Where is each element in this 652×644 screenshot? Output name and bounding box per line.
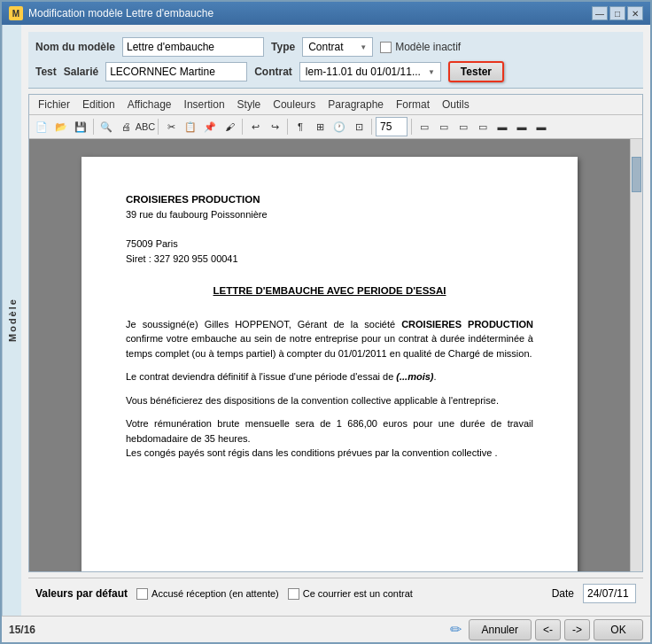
modele-inactif-checkbox[interactable]: [380, 42, 392, 53]
editor-body: CROISIERES PRODUCTION 39 rue du faubourg…: [29, 139, 642, 571]
test-label: Test: [35, 66, 57, 78]
toolbar-sep-5: [371, 119, 372, 135]
form-section: Nom du modèle Type Contrat ▼ Modèle inac…: [28, 32, 643, 89]
type-dropdown-arrow: ▼: [360, 43, 367, 51]
document-title: LETTRE D'EMBAUCHE AVEC PERIODE D'ESSAI: [126, 283, 533, 299]
maximize-button[interactable]: □: [609, 6, 625, 20]
prev-button[interactable]: <-: [535, 619, 561, 640]
accuse-label: Accusé réception (en attente): [151, 588, 279, 599]
toolbar-clock[interactable]: 🕐: [330, 118, 348, 136]
vertical-scrollbar[interactable]: [630, 139, 642, 571]
toolbar-paste[interactable]: 📌: [201, 118, 219, 136]
side-tab-label: Modèle: [2, 25, 21, 616]
toolbar-frame-1[interactable]: ▭: [415, 118, 433, 136]
menu-couleurs[interactable]: Couleurs: [268, 97, 321, 113]
page-count: 15/16: [9, 624, 35, 636]
form-row-1: Nom du modèle Type Contrat ▼ Modèle inac…: [35, 37, 636, 57]
editor-container: Fichier Edition Affichage Insertion Styl…: [28, 94, 643, 572]
contrat-courrier-label: Ce courrier est un contrat: [303, 588, 413, 599]
menu-fichier[interactable]: Fichier: [33, 97, 75, 113]
toolbar-spell[interactable]: ABC: [136, 118, 154, 136]
ok-button[interactable]: OK: [594, 619, 643, 640]
salarie-input[interactable]: [105, 62, 247, 81]
minimize-button[interactable]: —: [592, 6, 608, 20]
toolbar: 📄 📂 💾 🔍 🖨 ABC ✂ 📋 📌 🖌 ↩ ↪ ¶: [29, 115, 642, 139]
toolbar-frame-5[interactable]: ▬: [493, 118, 511, 136]
toolbar-copy[interactable]: 📋: [182, 118, 199, 136]
toolbar-sep-4: [287, 119, 288, 135]
type-dropdown[interactable]: Contrat ▼: [302, 37, 373, 57]
toolbar-sep-2: [158, 119, 159, 135]
date-input[interactable]: [583, 584, 636, 603]
company-city: 75009 Paris: [126, 237, 533, 252]
menu-insertion[interactable]: Insertion: [179, 97, 230, 113]
contrat-dropdown[interactable]: lem-11.01 du 01/01/11... ▼: [299, 62, 441, 81]
toolbar-undo[interactable]: ↩: [246, 118, 264, 136]
title-bar-left: M Modification modèle Lettre d'embauche: [9, 6, 213, 20]
editor-scroll[interactable]: CROISIERES PRODUCTION 39 rue du faubourg…: [29, 139, 630, 571]
menu-style[interactable]: Style: [232, 97, 267, 113]
toolbar-sep-1: [93, 119, 94, 135]
contrat-courrier-checkbox[interactable]: [288, 588, 299, 600]
toolbar-table[interactable]: ⊞: [311, 118, 329, 136]
contrat-courrier-checkbox-label[interactable]: Ce courrier est un contrat: [288, 588, 413, 600]
menu-affichage[interactable]: Affichage: [122, 97, 177, 113]
right-content: Nom du modèle Type Contrat ▼ Modèle inac…: [21, 25, 650, 616]
modele-inactif-label: Modèle inactif: [395, 41, 461, 53]
menu-edition[interactable]: Edition: [77, 97, 120, 113]
pencil-icon: ✏: [450, 621, 462, 638]
toolbar-print[interactable]: 🖨: [117, 118, 135, 136]
contrat-label: Contrat: [254, 66, 292, 78]
tester-button[interactable]: Tester: [448, 61, 504, 82]
main-content: Modèle Nom du modèle Type Contrat ▼ Modè…: [2, 25, 650, 616]
toolbar-print-preview[interactable]: 🔍: [97, 118, 115, 136]
paragraph-2: Le contrat deviendra définitif à l'issue…: [126, 369, 533, 384]
date-label: Date: [552, 587, 574, 600]
window-title: Modification modèle Lettre d'embauche: [28, 7, 213, 19]
annuler-button[interactable]: Annuler: [469, 619, 532, 640]
zoom-input[interactable]: [376, 117, 408, 136]
toolbar-frame-7[interactable]: ▬: [532, 118, 550, 136]
accuse-checkbox[interactable]: [136, 588, 148, 600]
company-address: 39 rue du faubourg Poissonnière: [126, 207, 533, 222]
company-name: CROISIERES PRODUCTION: [126, 192, 533, 207]
toolbar-cut[interactable]: ✂: [162, 118, 180, 136]
close-button[interactable]: ✕: [627, 6, 643, 20]
essai-duration: (...mois): [396, 371, 433, 382]
menu-outils[interactable]: Outils: [437, 97, 475, 113]
salarie-label: Salarié: [64, 66, 98, 78]
nom-modele-input[interactable]: [122, 37, 264, 57]
toolbar-open[interactable]: 📂: [52, 118, 70, 136]
menu-format[interactable]: Format: [391, 97, 435, 113]
paragraph-3: Vous bénéficierez des dispositions de la…: [126, 393, 533, 408]
toolbar-frame-2[interactable]: ▭: [435, 118, 453, 136]
toolbar-frame-4[interactable]: ▭: [474, 118, 492, 136]
toolbar-pilcrow[interactable]: ¶: [291, 118, 309, 136]
document-page: CROISIERES PRODUCTION 39 rue du faubourg…: [82, 157, 578, 571]
status-bar: 15/16 ✏ Annuler <- -> OK: [2, 616, 650, 642]
toolbar-redo[interactable]: ↪: [266, 118, 283, 136]
accuse-checkbox-label[interactable]: Accusé réception (en attente): [136, 588, 279, 600]
title-bar: M Modification modèle Lettre d'embauche …: [2, 2, 650, 25]
toolbar-frame-6[interactable]: ▬: [513, 118, 531, 136]
contrat-value: lem-11.01 du 01/01/11...: [306, 66, 421, 78]
valeurs-label: Valeurs par défaut: [35, 587, 128, 600]
toolbar-frame-3[interactable]: ▭: [454, 118, 472, 136]
menu-bar: Fichier Edition Affichage Insertion Styl…: [29, 95, 642, 115]
type-label: Type: [271, 41, 295, 53]
main-window: M Modification modèle Lettre d'embauche …: [0, 0, 652, 644]
company-bold: CROISIERES PRODUCTION: [401, 319, 533, 330]
paragraph-4: Votre rémunération brute mensuelle sera …: [126, 416, 533, 461]
bottom-buttons: Annuler <- -> OK: [469, 619, 643, 640]
nom-modele-label: Nom du modèle: [35, 41, 115, 53]
toolbar-new[interactable]: 📄: [33, 118, 50, 136]
next-button[interactable]: ->: [564, 619, 590, 640]
toolbar-field[interactable]: ⊡: [350, 118, 368, 136]
toolbar-save[interactable]: 💾: [72, 118, 89, 136]
scrollbar-thumb[interactable]: [632, 157, 641, 192]
modele-inactif-checkbox-label[interactable]: Modèle inactif: [380, 41, 461, 53]
toolbar-format-paint[interactable]: 🖌: [221, 118, 238, 136]
paragraph-1: Je soussigné(e) Gilles HOPPENOT, Gérant …: [126, 317, 533, 361]
bottom-bar: Valeurs par défaut Accusé réception (en …: [28, 578, 643, 609]
menu-paragraphe[interactable]: Paragraphe: [322, 97, 389, 113]
